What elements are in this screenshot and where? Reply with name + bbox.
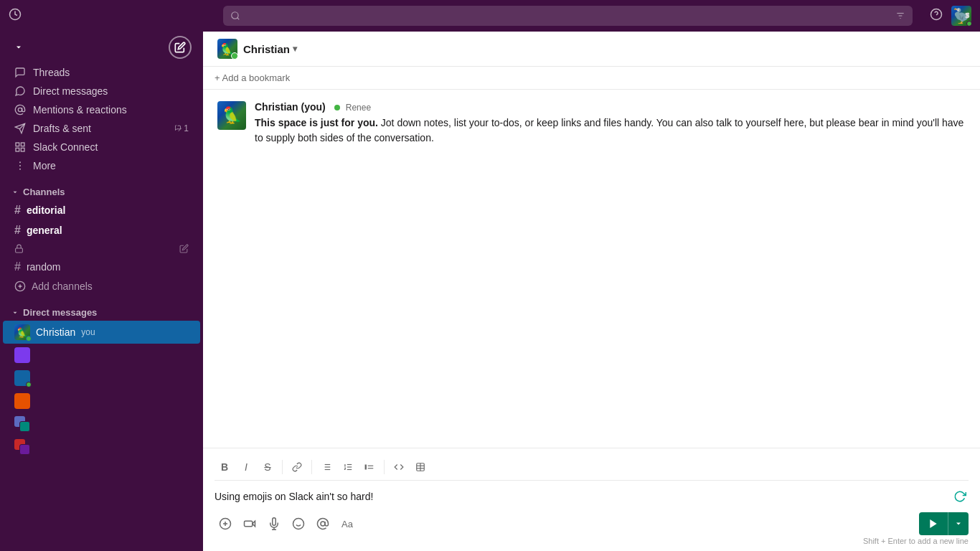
- compose-button[interactable]: [169, 36, 192, 59]
- dm3-avatar-wrapper: [14, 370, 30, 386]
- send-chevron-icon: [954, 519, 963, 528]
- message-avatar-img: 🦜: [217, 101, 246, 130]
- table-icon: [415, 462, 425, 472]
- link-icon: [292, 462, 302, 472]
- emoji-icon: [292, 517, 305, 530]
- channel-name-text: Christian: [243, 43, 290, 55]
- channel-name[interactable]: Christian ▾: [243, 43, 297, 55]
- mention-button[interactable]: [312, 513, 334, 534]
- bold-button[interactable]: B: [215, 457, 235, 477]
- italic-button[interactable]: I: [236, 457, 256, 477]
- dm4-avatar-wrapper: [14, 393, 30, 409]
- blockquote-button[interactable]: [359, 457, 380, 477]
- messages-area: 🦜 Christian (you) Renee This space is ju…: [203, 90, 980, 448]
- sidebar-item-dm3[interactable]: [3, 367, 200, 390]
- dm6-avatar-2: [19, 444, 30, 455]
- send-dropdown-button[interactable]: [948, 512, 969, 535]
- emoji-button[interactable]: [288, 513, 309, 534]
- sidebar-channel-editorial[interactable]: # editorial: [3, 200, 200, 220]
- edit-icon[interactable]: [179, 244, 189, 253]
- sidebar-item-dm[interactable]: Direct messages: [3, 82, 200, 100]
- channel-editorial-label: editorial: [27, 204, 65, 216]
- composer: B I S: [203, 448, 980, 551]
- composer-hint: Shift + Enter to add a new line: [215, 535, 969, 545]
- sidebar-item-threads[interactable]: Threads: [3, 63, 200, 82]
- composer-input[interactable]: Using emojis on Slack ain't so hard!: [215, 489, 951, 504]
- dm-icon: [14, 85, 26, 97]
- lock-icon: [14, 244, 24, 253]
- dm4-avatar: [14, 393, 30, 409]
- top-bar-left: [9, 8, 212, 24]
- send-button[interactable]: [919, 512, 948, 535]
- link-button[interactable]: [287, 457, 307, 477]
- dm-chevron-icon: [11, 309, 19, 316]
- you-label: you: [81, 327, 95, 337]
- history-icon[interactable]: [9, 8, 22, 24]
- add-channels-button[interactable]: Add channels: [3, 277, 200, 296]
- search-icon: [230, 11, 240, 21]
- composer-actions: Aa: [215, 509, 969, 535]
- sidebar-channel-locked[interactable]: [3, 240, 200, 257]
- slack-connect-label: Slack Connect: [33, 141, 98, 153]
- video-button[interactable]: [239, 513, 260, 534]
- attach-button[interactable]: [215, 513, 236, 534]
- composer-input-area: Using emojis on Slack ain't so hard!: [215, 484, 969, 509]
- sidebar-item-drafts[interactable]: Drafts & sent 1: [3, 119, 200, 138]
- slack-connect-icon: [14, 141, 26, 153]
- sidebar-channel-random[interactable]: # random: [3, 257, 200, 277]
- unordered-list-button[interactable]: [316, 457, 336, 477]
- message-body: This space is just for you. Jot down not…: [255, 116, 966, 146]
- table-button[interactable]: [410, 457, 430, 477]
- list-icon: [321, 462, 331, 472]
- svg-point-17: [19, 165, 21, 166]
- svg-rect-19: [16, 248, 23, 253]
- dm2-avatar-wrapper: [14, 347, 30, 363]
- channel-header: 🦜 Christian ▾: [203, 32, 980, 67]
- add-bookmark-label: + Add a bookmark: [215, 72, 290, 83]
- sidebar-channel-general[interactable]: # general: [3, 220, 200, 240]
- message-author-avatar: 🦜: [217, 101, 246, 130]
- sidebar-item-dm5[interactable]: [3, 413, 200, 435]
- format-label: Aa: [341, 519, 353, 529]
- sidebar-item-christian-you[interactable]: 🦜 Christian you: [3, 321, 200, 344]
- composer-right-actions: [919, 512, 969, 535]
- svg-point-46: [293, 519, 304, 529]
- workspace-name[interactable]: [11, 43, 23, 52]
- strikethrough-button[interactable]: S: [258, 457, 278, 477]
- drafts-icon: [14, 123, 26, 134]
- svg-rect-15: [16, 148, 19, 151]
- toolbar-divider-1: [282, 460, 283, 474]
- mentions-label: Mentions & reactions: [33, 104, 127, 116]
- search-bar[interactable]: [223, 6, 913, 26]
- channel-chevron-icon: ▾: [293, 44, 297, 54]
- sidebar-item-more[interactable]: More: [3, 156, 200, 175]
- dm5-avatar-2: [19, 421, 30, 432]
- dm-section-header[interactable]: Direct messages: [0, 301, 203, 321]
- sidebar-item-dm2[interactable]: [3, 344, 200, 367]
- message-body-bold: This space is just for you.: [255, 117, 378, 128]
- christian-name: Christian: [36, 326, 75, 338]
- format-button[interactable]: Aa: [336, 513, 358, 534]
- code-button[interactable]: [389, 457, 409, 477]
- channels-section-header[interactable]: Channels: [0, 181, 203, 200]
- composer-left-actions: Aa: [215, 513, 358, 534]
- add-bookmark-button[interactable]: + Add a bookmark: [215, 72, 290, 83]
- filter-icon[interactable]: [895, 11, 905, 21]
- svg-rect-13: [21, 143, 24, 146]
- channels-chevron-icon: [11, 189, 19, 196]
- refresh-icon[interactable]: [951, 488, 969, 505]
- bookmark-bar: + Add a bookmark: [203, 67, 980, 90]
- svg-marker-50: [930, 519, 936, 528]
- compose-icon: [174, 42, 186, 53]
- audio-button[interactable]: [263, 513, 285, 534]
- sidebar-item-dm4[interactable]: [3, 390, 200, 413]
- sidebar-item-mentions[interactable]: Mentions & reactions: [3, 100, 200, 119]
- channel-avatar-wrapper: 🦜: [217, 39, 237, 59]
- help-icon[interactable]: [930, 8, 943, 24]
- more-label: More: [33, 160, 56, 171]
- avatar[interactable]: 🦤: [951, 6, 971, 26]
- sidebar-item-dm6[interactable]: [3, 435, 200, 458]
- ordered-list-button[interactable]: [338, 457, 358, 477]
- sidebar-item-slack-connect[interactable]: Slack Connect: [3, 138, 200, 156]
- message-author-name: Christian (you): [255, 101, 326, 113]
